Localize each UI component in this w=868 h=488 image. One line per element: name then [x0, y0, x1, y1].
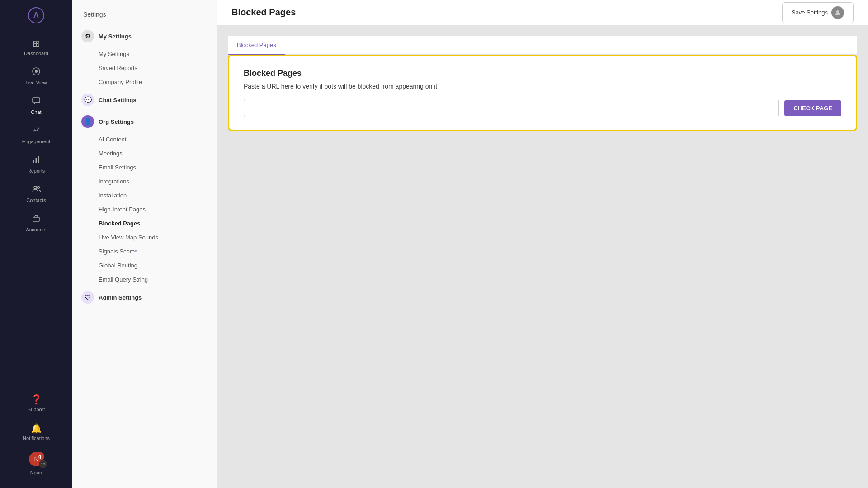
- dashboard-icon: ⊞: [33, 38, 40, 49]
- sidebar-item-label: Dashboard: [24, 51, 48, 56]
- org-settings-icon: 👤: [81, 115, 94, 128]
- logo[interactable]: Λ: [28, 7, 44, 23]
- admin-settings-icon: 🛡: [81, 291, 94, 304]
- chat-settings-icon: 💬: [81, 94, 94, 106]
- save-avatar: [831, 6, 844, 19]
- notification-badge: 12: [39, 460, 47, 468]
- svg-rect-8: [33, 217, 39, 221]
- save-settings-button[interactable]: Save Settings: [782, 2, 854, 23]
- content-wrapper: Blocked Pages Blocked Pages Paste a URL …: [228, 36, 857, 131]
- sidebar-sub-meetings[interactable]: Meetings: [72, 146, 217, 160]
- notifications-icon: 🔔: [31, 423, 42, 434]
- sidebar-sub-company-profile[interactable]: Company Profile: [72, 75, 217, 89]
- sidebar-section-my-settings[interactable]: ⚙ My Settings: [72, 25, 217, 47]
- user-name: Ngan: [30, 470, 42, 475]
- live-view-icon: [32, 67, 41, 78]
- support-icon: ❓: [31, 394, 42, 405]
- sidebar-item-support[interactable]: ❓ Support: [0, 389, 72, 418]
- top-bar: Blocked Pages Save Settings: [217, 0, 868, 25]
- reports-icon: [32, 155, 41, 166]
- tab-bar: Blocked Pages: [228, 36, 857, 55]
- admin-settings-title: Admin Settings: [99, 294, 142, 301]
- sidebar-sub-signals-score[interactable]: Signals Score*: [72, 244, 217, 258]
- sidebar-sub-integrations[interactable]: Integrations: [72, 174, 217, 188]
- sidebar-item-label: Accounts: [26, 227, 46, 232]
- engagement-icon: [32, 126, 41, 137]
- accounts-icon: [32, 214, 41, 225]
- svg-point-6: [34, 186, 37, 189]
- svg-point-7: [38, 187, 40, 189]
- page-title: Blocked Pages: [231, 7, 296, 18]
- sidebar-sub-live-view-map-sounds[interactable]: Live View Map Sounds: [72, 230, 217, 244]
- contacts-icon: [32, 184, 41, 196]
- url-input-row: CHECK PAGE: [244, 99, 841, 117]
- chat-icon: [32, 96, 41, 108]
- sidebar-section-chat-settings[interactable]: 💬 Chat Settings: [72, 89, 217, 111]
- sidebar-item-reports[interactable]: Reports: [0, 150, 72, 179]
- sidebar-sub-installation[interactable]: Installation: [72, 188, 217, 202]
- sidebar-item-chat[interactable]: Chat: [0, 91, 72, 120]
- my-settings-icon: ⚙: [81, 30, 94, 42]
- chat-settings-title: Chat Settings: [99, 97, 137, 103]
- sidebar-sub-email-settings[interactable]: Email Settings: [72, 160, 217, 174]
- sidebar-section-org-settings[interactable]: 👤 Org Settings: [72, 111, 217, 132]
- sidebar-sub-blocked-pages[interactable]: Blocked Pages: [72, 216, 217, 230]
- svg-rect-4: [36, 158, 37, 163]
- sidebar-sub-high-intent-pages[interactable]: High-Intent Pages: [72, 202, 217, 216]
- sidebar-item-label: Reports: [28, 168, 45, 174]
- svg-rect-2: [33, 98, 40, 103]
- g-badge: g: [35, 452, 44, 461]
- content-area: Blocked Pages Blocked Pages Paste a URL …: [217, 25, 868, 488]
- main-content: Blocked Pages Save Settings Blocked Page…: [217, 0, 868, 488]
- sidebar-item-label: Support: [28, 407, 45, 412]
- sidebar-item-accounts[interactable]: Accounts: [0, 208, 72, 238]
- tab-blocked-pages[interactable]: Blocked Pages: [228, 36, 285, 55]
- sidebar-sub-my-settings[interactable]: My Settings: [72, 47, 217, 61]
- url-input[interactable]: [244, 99, 779, 117]
- settings-sidebar: Settings ⚙ My Settings My Settings Saved…: [72, 0, 217, 488]
- sidebar-item-label: Contacts: [26, 197, 46, 203]
- svg-rect-3: [33, 160, 34, 163]
- user-profile-item[interactable]: N g 12 Ngan: [0, 446, 72, 481]
- sidebar-item-label: Engagement: [22, 139, 50, 144]
- sidebar-sub-saved-reports[interactable]: Saved Reports: [72, 61, 217, 75]
- my-settings-title: My Settings: [99, 33, 132, 40]
- card-title: Blocked Pages: [244, 69, 841, 78]
- sidebar-section-admin-settings[interactable]: 🛡 Admin Settings: [72, 286, 217, 308]
- sidebar-item-live-view[interactable]: Live View: [0, 61, 72, 91]
- svg-point-1: [35, 70, 38, 73]
- card-description: Paste a URL here to verify if bots will …: [244, 83, 841, 90]
- settings-sidebar-header: Settings: [72, 7, 217, 25]
- sidebar-sub-ai-content[interactable]: AI Content: [72, 132, 217, 146]
- sidebar-item-label: Live View: [26, 80, 47, 85]
- svg-rect-5: [38, 156, 39, 163]
- sidebar-sub-email-query-string[interactable]: Email Query String: [72, 272, 217, 286]
- org-settings-title: Org Settings: [99, 118, 134, 125]
- sidebar-item-contacts[interactable]: Contacts: [0, 179, 72, 208]
- blocked-pages-card: Blocked Pages Paste a URL here to verify…: [228, 55, 857, 131]
- sidebar-item-label: Chat: [31, 109, 41, 115]
- sidebar-item-label: Notifications: [23, 436, 50, 441]
- check-page-button[interactable]: CHECK PAGE: [784, 100, 841, 116]
- sidebar-sub-global-routing[interactable]: Global Routing: [72, 258, 217, 272]
- sidebar-item-engagement[interactable]: Engagement: [0, 120, 72, 150]
- sidebar-item-notifications[interactable]: 🔔 Notifications: [0, 418, 72, 446]
- sidebar-item-dashboard[interactable]: ⊞ Dashboard: [0, 33, 72, 61]
- left-nav: Λ ⊞ Dashboard Live View Chat Engagement …: [0, 0, 72, 488]
- signals-badge: *: [135, 249, 137, 254]
